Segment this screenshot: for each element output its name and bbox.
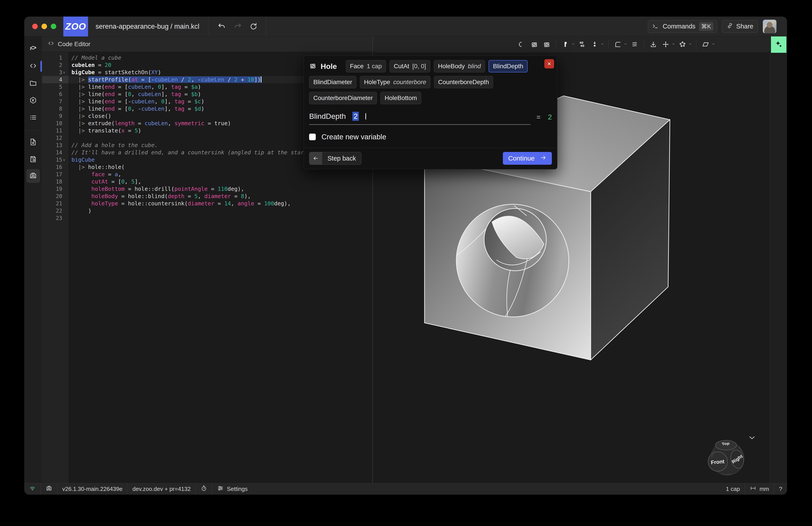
export-file-button[interactable]: [24, 152, 42, 167]
network-status-icon[interactable]: [24, 483, 41, 495]
sketch-plane-button[interactable]: [24, 41, 42, 57]
sweep-tool-button[interactable]: [589, 39, 604, 50]
pattern-tool-button[interactable]: [677, 39, 692, 50]
refresh-button[interactable]: [248, 22, 259, 32]
extrude-tool-button[interactable]: [560, 39, 575, 50]
code-button[interactable]: [24, 58, 42, 74]
close-window-button[interactable]: [32, 24, 38, 29]
countersunk-hole[interactable]: [456, 204, 569, 317]
settings-button[interactable]: Settings: [212, 483, 252, 495]
dialog-close-button[interactable]: ×: [545, 59, 554, 69]
chevron-down-icon[interactable]: [624, 42, 627, 47]
dialog-title: Hole: [321, 62, 337, 71]
user-avatar[interactable]: [763, 20, 777, 33]
sweep-tool-icon: [589, 39, 600, 50]
line-number: 12: [42, 134, 68, 142]
chip-label: Face: [350, 63, 364, 70]
step-back-button[interactable]: Step back: [309, 152, 361, 165]
code-text: |> startProfile(at = [-cubeLen / 2, -cub…: [68, 76, 261, 83]
hole-tool-button[interactable]: [529, 39, 540, 50]
hole-tool-icon: [529, 39, 540, 50]
variables-button[interactable]: [24, 93, 42, 109]
insert-tool-button[interactable]: [648, 39, 659, 50]
create-variable-label: Create new variable: [321, 133, 386, 141]
minimize-window-button[interactable]: [42, 24, 47, 29]
pattern-tool-icon: [677, 39, 688, 50]
share-button[interactable]: Share: [722, 20, 758, 33]
toolbar-divider: [696, 40, 696, 49]
code-line-23[interactable]: 23: [42, 214, 373, 222]
param-chip-blinddiameter[interactable]: BlindDiameter: [309, 76, 356, 88]
code-line-18[interactable]: 18 cutAt = [0, 5],: [42, 178, 373, 185]
commands-shortcut: ⌘K: [699, 22, 713, 31]
code-text: holeBody = hole::blind(depth = 5, diamet…: [68, 193, 251, 199]
loft-tool-button[interactable]: [577, 39, 588, 50]
param-chip-face[interactable]: Face1 cap: [346, 60, 386, 72]
maximize-window-button[interactable]: [51, 24, 56, 29]
fold-chevron-icon[interactable]: v: [63, 70, 66, 74]
modeling-toolbar: [373, 37, 770, 52]
machine-icon: [46, 485, 52, 493]
help-button[interactable]: ?: [774, 483, 787, 495]
redo-button[interactable]: [233, 22, 243, 32]
code-line-19[interactable]: 19 holeBottom = hole::drill(pointAngle =…: [42, 185, 373, 193]
variables-icon: [29, 96, 37, 105]
app-version-label: v26.1.30-main.226439e: [62, 486, 122, 493]
orientation-gizmo[interactable]: Top Front Right: [706, 436, 749, 480]
feature-list-button[interactable]: [24, 110, 42, 126]
gizmo-front-label: Front: [711, 458, 725, 465]
fold-chevron-icon[interactable]: v: [63, 158, 66, 162]
param-chip-holetype[interactable]: HoleTypecounterbore: [360, 76, 431, 88]
param-chip-counterborediameter[interactable]: CounterboreDiameter: [309, 92, 377, 104]
hole-command-dialog: Hole Face1 capCutAt[0, 0]HoleBodyblindBl…: [304, 55, 557, 169]
param-chip-counterboredepth[interactable]: CounterboreDepth: [434, 76, 493, 88]
traffic-lights: [24, 24, 63, 29]
blinddepth-field-label: BlindDepth: [309, 112, 346, 120]
code-text: |> translate(x = 5): [68, 127, 141, 134]
helix-tool-button[interactable]: [629, 39, 640, 50]
code-line-17[interactable]: 17 face = a,: [42, 171, 373, 178]
commands-button[interactable]: Commands ⌘K: [648, 20, 717, 33]
undo-button[interactable]: [217, 22, 227, 32]
line-number: 8: [42, 105, 68, 112]
chevron-down-icon[interactable]: [711, 42, 715, 47]
import-file-button[interactable]: [24, 135, 42, 150]
chevron-down-icon[interactable]: [571, 42, 575, 47]
chevron-down-icon[interactable]: [688, 42, 692, 47]
continue-button[interactable]: Continue: [503, 152, 552, 165]
zoo-logo[interactable]: ZOO: [63, 17, 88, 37]
text-to-cad-button[interactable]: [771, 37, 786, 53]
code-line-21[interactable]: 21 holeType = hole::countersink(diameter…: [42, 200, 373, 207]
project-files-button[interactable]: [24, 76, 42, 91]
chevron-down-icon[interactable]: [671, 42, 676, 47]
param-chip-holebody[interactable]: HoleBodyblind: [434, 60, 485, 72]
code-line-22[interactable]: 22 ): [42, 207, 373, 214]
create-variable-checkbox[interactable]: [309, 133, 316, 140]
hole-alt-tool-icon: [541, 39, 552, 50]
commands-label: Commands: [663, 23, 695, 30]
telemetry-icon[interactable]: [196, 483, 212, 495]
fillet-tool-button[interactable]: [612, 39, 627, 50]
move-tool-button[interactable]: [661, 39, 676, 50]
units-button[interactable]: mm: [745, 483, 774, 495]
gizmo-menu-chevron-icon[interactable]: [748, 433, 756, 442]
plane-tool-button[interactable]: [700, 39, 715, 50]
code-line-20[interactable]: 20 holeBody = hole::blind(depth = 5, dia…: [42, 193, 373, 200]
project-files-icon: [29, 79, 37, 88]
project-name-menu[interactable]: serena-appearance-bug / main.kcl: [88, 23, 209, 30]
param-chip-holebottom[interactable]: HoleBottom: [380, 92, 421, 104]
sketch-plane-icon: [29, 45, 37, 54]
editor-cursor: [261, 76, 261, 83]
param-chip-cutat[interactable]: CutAt[0, 0]: [389, 60, 430, 72]
chevron-down-icon[interactable]: [600, 42, 604, 47]
move-tool-icon: [661, 39, 671, 50]
line-number: 21: [42, 200, 68, 207]
boolean-tool-button[interactable]: [517, 39, 527, 50]
blinddepth-input[interactable]: 2: [352, 112, 359, 121]
machine-status-icon[interactable]: [41, 483, 57, 495]
line-number: 14: [42, 149, 68, 156]
hole-alt-tool-button[interactable]: [541, 39, 552, 50]
param-chip-blinddepth[interactable]: BlindDepth: [489, 60, 527, 72]
toolbar-divider: [608, 40, 609, 49]
make-machine-button[interactable]: [26, 169, 40, 183]
